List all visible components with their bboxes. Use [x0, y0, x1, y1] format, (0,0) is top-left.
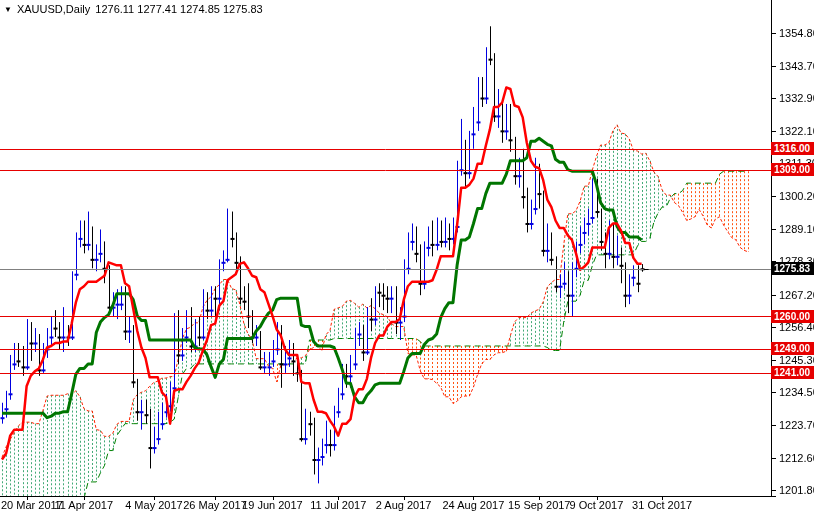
date-tick-label: 15 Sep 2017: [508, 499, 570, 511]
date-tick-label: 19 Jun 2017: [242, 499, 303, 511]
ohlc-readout: ▼ XAUUSD,Daily 1276.11 1277.41 1274.85 1…: [4, 3, 263, 15]
price-tick-label: 1212.60: [779, 452, 814, 464]
date-tick-label: 11 Jul 2017: [310, 499, 366, 511]
price-tick-label: 1267.20: [779, 289, 814, 301]
price-tick-label: 1201.80: [779, 484, 814, 496]
date-tick-label: 2 Aug 2017: [376, 499, 432, 511]
date-tick-label: 11 Apr 2017: [55, 499, 114, 511]
price-tick-label: 1223.70: [779, 419, 814, 431]
date-tick-label: 26 May 2017: [183, 499, 247, 511]
price-tick-label: 1289.10: [779, 223, 814, 235]
ohlc-values: 1276.11 1277.41 1274.85 1275.83: [95, 3, 262, 15]
date-tick-label: 24 Aug 2017: [443, 499, 505, 511]
price-tick-label: 1300.20: [779, 190, 814, 202]
price-tick-label: 1322.10: [779, 125, 814, 137]
date-tick-label: 4 May 2017: [125, 499, 182, 511]
symbol-title: XAUUSD,Daily: [17, 3, 90, 15]
price-chart-canvas[interactable]: [0, 0, 814, 514]
price-level-badge: 1316.00: [771, 142, 814, 155]
price-level-badge: 1249.00: [771, 342, 814, 355]
price-level-badge: 1241.00: [771, 366, 814, 379]
price-level-badge: 1260.00: [771, 310, 814, 323]
price-tick-label: 1245.30: [779, 354, 814, 366]
symbol-dropdown-icon[interactable]: ▼: [4, 4, 12, 15]
chart-window: ▼ XAUUSD,Daily 1276.11 1277.41 1274.85 1…: [0, 0, 814, 514]
date-tick-label: 20 Mar 2017: [1, 499, 63, 511]
price-tick-label: 1234.50: [779, 386, 814, 398]
price-tick-label: 1256.40: [779, 321, 814, 333]
date-tick-label: 9 Oct 2017: [570, 499, 624, 511]
current-price-badge: 1275.83: [771, 262, 814, 275]
price-tick-label: 1354.80: [779, 27, 814, 39]
price-level-badge: 1309.00: [771, 163, 814, 176]
price-tick-label: 1343.70: [779, 60, 814, 72]
price-tick-label: 1332.90: [779, 92, 814, 104]
date-tick-label: 31 Oct 2017: [632, 499, 692, 511]
